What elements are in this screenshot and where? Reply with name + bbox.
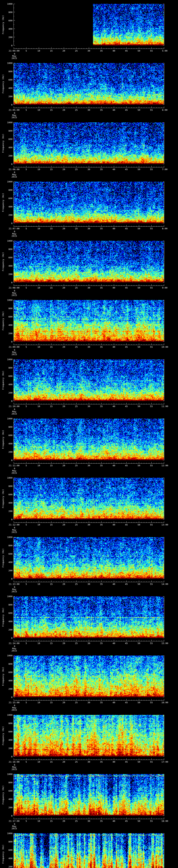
y-axis-tick-label: 800 — [2, 189, 12, 191]
x-axis-tick-label: 15 — [50, 761, 53, 763]
x-axis-tick-label: 25 — [75, 642, 78, 644]
y-axis-title: Frequency (Hz) — [2, 489, 4, 508]
y-axis-tick-label: 800 — [2, 11, 12, 13]
x-axis-tick-label: 40 — [113, 761, 115, 763]
y-axis-tick-label: 600 — [2, 197, 12, 199]
x-axis-tick-label: 50 — [138, 524, 140, 526]
date-year-label: 2015 — [11, 413, 17, 415]
x-axis-tick-label: 5 — [26, 168, 27, 170]
x-axis-tick-label: 40 — [113, 227, 115, 230]
y-axis-title: Frequency (Hz) — [2, 252, 4, 271]
y-axis-tick-label: 200 — [2, 451, 12, 453]
x-axis-tick-label: 30 — [87, 227, 90, 230]
y-axis-tick-label: 400 — [2, 798, 12, 800]
y-axis-tick-label: 400 — [2, 383, 12, 385]
y-axis-tick-label: 0 — [2, 281, 12, 284]
x-axis-tick-label: 55 — [150, 109, 153, 111]
x-axis-tick-label: 30 — [87, 583, 90, 585]
date-year-label: 2015 — [11, 176, 17, 178]
x-axis-tick-label: 10 — [37, 168, 40, 170]
y-axis-tick-label: 0 — [2, 815, 12, 817]
x-axis-tick-label: 50 — [138, 583, 140, 585]
x-axis-tick-label: 5 — [26, 583, 27, 585]
x-axis-tick-label: 10 — [37, 642, 40, 644]
y-axis-tick-label: 400 — [2, 87, 12, 89]
x-axis-tick-label: 45 — [125, 464, 128, 467]
x-axis-tick-label: 50 — [138, 820, 140, 822]
x-axis-tick-label: 20 — [62, 583, 65, 585]
y-axis-title: Frequency (Hz) — [2, 74, 4, 93]
x-axis-tick-label: 20 — [62, 168, 65, 170]
y-axis-tick-label: 600 — [2, 79, 12, 81]
x-axis-tick-label: 30 — [87, 820, 90, 822]
x-axis-tick-label: 25 — [75, 701, 78, 704]
x-axis-tick-label: 50 — [138, 464, 140, 467]
x-axis-end-time-label: 15:00 — [161, 642, 168, 644]
y-axis-tick-label: 0 — [2, 637, 12, 639]
y-axis-tick-label: 200 — [2, 214, 12, 216]
x-axis-tick-label: 55 — [150, 50, 153, 52]
x-axis-tick-label: 30 — [87, 168, 90, 170]
y-axis-tick-label: 200 — [2, 510, 12, 512]
spectrogram-canvas — [0, 830, 178, 868]
x-axis-tick-label: 25 — [75, 168, 78, 170]
spectrogram-panel: Frequency (Hz)1000800600400200021:10:005… — [0, 355, 178, 415]
x-axis-tick-label: 50 — [138, 168, 140, 170]
x-axis-tick-label: 55 — [150, 761, 153, 763]
date-year-label: 2015 — [11, 57, 17, 59]
y-axis-tick-label: 0 — [2, 459, 12, 461]
x-axis-tick-label: 15 — [50, 346, 53, 348]
x-axis-tick-label: 35 — [100, 583, 103, 585]
y-axis-tick-label: 0 — [2, 518, 12, 521]
x-axis-tick-label: 55 — [150, 820, 153, 822]
x-axis-tick-label: 45 — [125, 701, 128, 704]
x-axis-tick-label: 15 — [50, 287, 53, 289]
y-axis-tick-label: 800 — [2, 70, 12, 72]
y-axis-tick-label: 1000 — [2, 714, 12, 716]
x-axis-tick-label: 40 — [113, 109, 115, 111]
x-axis-tick-label: 55 — [150, 464, 153, 467]
x-axis-tick-label: 10 — [37, 524, 40, 526]
x-axis-tick-label: 50 — [138, 405, 140, 407]
x-axis-tick-label: 20 — [62, 464, 65, 467]
y-axis-tick-label: 200 — [2, 747, 12, 749]
x-axis-tick-label: 15 — [50, 168, 53, 170]
date-year-label: 2015 — [11, 116, 17, 119]
spectrogram-panel: Frequency (Hz)1000800600400200021:05:005… — [0, 59, 178, 118]
y-axis-tick-label: 600 — [2, 375, 12, 377]
x-axis-start-time-label: 21:05:00 — [9, 109, 20, 111]
x-axis-start-time-label: 21:09:00 — [9, 346, 20, 348]
y-axis-tick-label: 400 — [2, 620, 12, 623]
y-axis-tick-label: 600 — [2, 671, 12, 673]
x-axis-tick-label: 20 — [62, 820, 65, 822]
y-axis-tick-label: 400 — [2, 561, 12, 563]
x-axis-tick-label: 10 — [37, 287, 40, 289]
x-axis-tick-label: 40 — [113, 524, 115, 526]
y-axis-tick-label: 1000 — [2, 3, 12, 5]
y-axis-tick-label: 600 — [2, 553, 12, 555]
spectrogram-panel: Frequency (Hz)1000800600400200021:06:005… — [0, 119, 178, 178]
x-axis-tick-label: 50 — [138, 109, 140, 111]
y-axis-tick-label: 600 — [2, 612, 12, 614]
x-axis-start-time-label: 21:10:00 — [9, 405, 20, 407]
x-axis-end-time-label: 17:00 — [161, 761, 168, 763]
x-axis-tick-label: 20 — [62, 405, 65, 407]
date-year-label: 2015 — [11, 827, 17, 830]
y-axis-tick-label: 400 — [2, 146, 12, 149]
spectrogram-panel: Frequency (Hz)1000800600400200021:17:005… — [0, 770, 178, 830]
x-axis-tick-label: 25 — [75, 50, 78, 52]
spectrogram-panel: Frequency (Hz)1000800600400200021:13:005… — [0, 533, 178, 592]
spectrogram-panel: Frequency (Hz)1000800600400200021:08:005… — [0, 237, 178, 296]
x-axis-tick-label: 10 — [37, 761, 40, 763]
x-axis-tick-label: 30 — [87, 50, 90, 52]
x-axis-end-time-label: 12:00 — [161, 464, 168, 467]
x-axis-tick-label: 45 — [125, 109, 128, 111]
y-axis-tick-label: 1000 — [2, 121, 12, 124]
x-axis-tick-label: 45 — [125, 761, 128, 763]
y-axis-tick-label: 200 — [2, 569, 12, 572]
x-axis-tick-label: 15 — [50, 583, 53, 585]
x-axis-tick-label: 30 — [87, 701, 90, 704]
x-axis-end-time-label: 5:00 — [162, 50, 168, 52]
x-axis-tick-label: 50 — [138, 227, 140, 230]
y-axis-title: Frequency (Hz) — [2, 549, 4, 567]
